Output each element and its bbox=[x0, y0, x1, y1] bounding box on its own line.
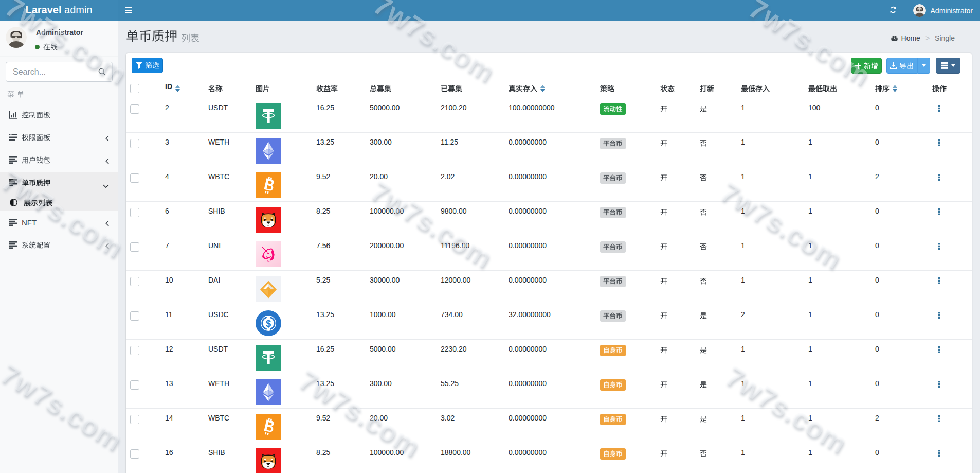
svg-text:$: $ bbox=[266, 318, 271, 328]
